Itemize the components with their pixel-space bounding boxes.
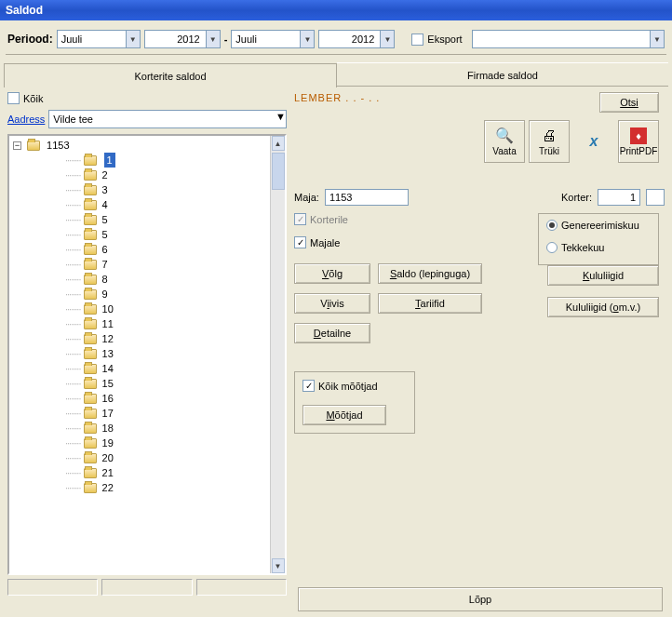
tree-item[interactable]: ········ 12 — [13, 331, 281, 346]
folder-icon — [84, 483, 97, 493]
tree-item[interactable]: ········ 6 — [13, 242, 281, 257]
folder-icon — [84, 275, 97, 285]
bottom-field-2[interactable] — [101, 579, 192, 596]
korterile-checkbox: ✓ — [294, 213, 306, 225]
excel-button[interactable]: x — [573, 120, 614, 163]
tree-item[interactable]: ········ 2 — [13, 168, 281, 182]
viivis-button[interactable]: Viivis — [294, 293, 370, 314]
tek-radio[interactable] — [546, 242, 558, 253]
tree-item[interactable]: ········ 19 — [13, 436, 281, 450]
maja-input[interactable] — [325, 189, 409, 206]
period-from-month[interactable]: Juuli ▼ — [57, 30, 141, 48]
mootjad-checkbox[interactable]: ✓ — [302, 380, 315, 392]
tariifid-button[interactable]: Tariifid — [378, 293, 482, 314]
tree-item[interactable]: ········ 4 — [13, 197, 281, 212]
folder-icon — [27, 141, 40, 151]
maja-label: Maja: — [294, 192, 319, 203]
korter-input[interactable] — [598, 189, 640, 206]
mootjad-button[interactable]: Mõõtjad — [302, 405, 386, 425]
address-label[interactable]: Aadress — [7, 114, 45, 125]
tab-bar: Korterite saldod Firmade saldod — [4, 62, 668, 87]
tree-item[interactable]: ········ 7 — [13, 257, 281, 272]
period-bar: Periood: Juuli ▼ 2012 ▼ - Juuli ▼ 2012 ▼… — [4, 24, 668, 54]
korter-label: Korter: — [561, 192, 592, 203]
otsi-button[interactable]: Otsi — [599, 92, 659, 113]
folder-icon — [84, 349, 97, 359]
volg-button[interactable]: Võlg — [294, 263, 370, 284]
kululiigid-omv-button[interactable]: Kululiigid (om.v.) — [547, 297, 659, 317]
tree-item[interactable]: ········ 20 — [13, 450, 281, 465]
kululiigid-button[interactable]: Kululiigid — [547, 265, 659, 286]
scroll-up-icon[interactable]: ▲ — [272, 136, 285, 151]
period-to-year[interactable]: 2012 ▼ — [318, 30, 395, 48]
detailne-button[interactable]: Detailne — [294, 323, 370, 343]
folder-icon — [84, 394, 97, 404]
folder-icon — [84, 289, 97, 300]
folder-icon — [84, 423, 97, 434]
mootjad-group: ✓ Kõik mõõtjad Mõõtjad — [294, 371, 415, 434]
truki-button[interactable]: 🖨 Trüki — [529, 120, 570, 163]
address-combo[interactable]: Vilde tee ▼ — [48, 110, 287, 128]
folder-icon — [84, 230, 97, 240]
folder-icon — [84, 245, 97, 255]
tree-item[interactable]: ········ 11 — [13, 316, 281, 331]
chevron-down-icon[interactable]: ▼ — [300, 31, 314, 47]
tree-item[interactable]: ········ 1 — [13, 153, 281, 168]
majale-checkbox[interactable]: ✓ — [294, 236, 306, 248]
tree-item[interactable]: ········ 13 — [13, 346, 281, 361]
tree-item[interactable]: ········ 5 — [13, 227, 281, 242]
bottom-field-3[interactable] — [196, 579, 287, 596]
tree-item[interactable]: ········ 10 — [13, 302, 281, 316]
folder-icon — [84, 468, 97, 478]
tree-item[interactable]: ········ 16 — [13, 391, 281, 406]
folder-icon — [84, 453, 97, 463]
bottom-field-1[interactable] — [7, 579, 98, 596]
tree-root[interactable]: − 1153 — [13, 138, 281, 153]
export-checkbox[interactable] — [411, 34, 423, 46]
saldo-button[interactable]: Saldo (lepinguga) — [378, 263, 482, 284]
tree-item[interactable]: ········ 17 — [13, 406, 281, 421]
folder-icon — [84, 364, 97, 374]
tree-item[interactable]: ········ 18 — [13, 421, 281, 436]
export-label: Eksport — [427, 34, 462, 45]
printpdf-button[interactable]: ♦ PrintPDF — [618, 120, 659, 163]
gen-label: Genereerimiskuu — [561, 220, 639, 231]
chevron-down-icon[interactable]: ▼ — [276, 111, 286, 127]
scroll-thumb[interactable] — [272, 153, 285, 190]
chevron-down-icon[interactable]: ▼ — [380, 31, 394, 47]
folder-icon — [84, 319, 97, 329]
chevron-down-icon[interactable]: ▼ — [650, 31, 664, 47]
folder-icon — [84, 185, 97, 195]
tree-item[interactable]: ········ 8 — [13, 272, 281, 287]
tree[interactable]: − 1153········ 1········ 2········ 3····… — [7, 134, 287, 575]
folder-icon — [84, 379, 97, 389]
chevron-down-icon[interactable]: ▼ — [126, 31, 140, 47]
scroll-down-icon[interactable]: ▼ — [272, 558, 285, 573]
tree-item[interactable]: ········ 9 — [13, 287, 281, 302]
folder-icon — [84, 409, 97, 419]
folder-icon — [84, 170, 97, 181]
period-dash: - — [224, 34, 228, 45]
all-checkbox[interactable] — [7, 92, 20, 104]
tree-item[interactable]: ········ 15 — [13, 376, 281, 391]
all-label: Kõik — [23, 93, 43, 104]
tab-apartments[interactable]: Korterite saldod — [4, 63, 337, 87]
folder-icon — [84, 260, 97, 270]
lopp-button[interactable]: Lõpp — [298, 587, 663, 611]
scrollbar[interactable]: ▲ ▼ — [270, 136, 285, 573]
period-to-month[interactable]: Juuli ▼ — [231, 30, 315, 48]
export-combo[interactable]: ▼ — [472, 30, 665, 48]
tree-item[interactable]: ········ 22 — [13, 480, 281, 495]
tab-companies[interactable]: Firmade saldod — [337, 62, 668, 87]
vaata-button[interactable]: 🔍 Vaata — [484, 120, 525, 163]
period-from-year[interactable]: 2012 ▼ — [144, 30, 221, 48]
gen-radio[interactable] — [546, 220, 558, 231]
chevron-down-icon[interactable]: ▼ — [206, 31, 220, 47]
tree-item[interactable]: ········ 21 — [13, 465, 281, 480]
korterile-label: Korterile — [310, 214, 348, 225]
tree-item[interactable]: ········ 3 — [13, 182, 281, 197]
korter-extra-input[interactable] — [646, 189, 665, 206]
tree-item[interactable]: ········ 14 — [13, 361, 281, 376]
folder-icon — [84, 438, 97, 449]
tree-item[interactable]: ········ 5 — [13, 212, 281, 227]
